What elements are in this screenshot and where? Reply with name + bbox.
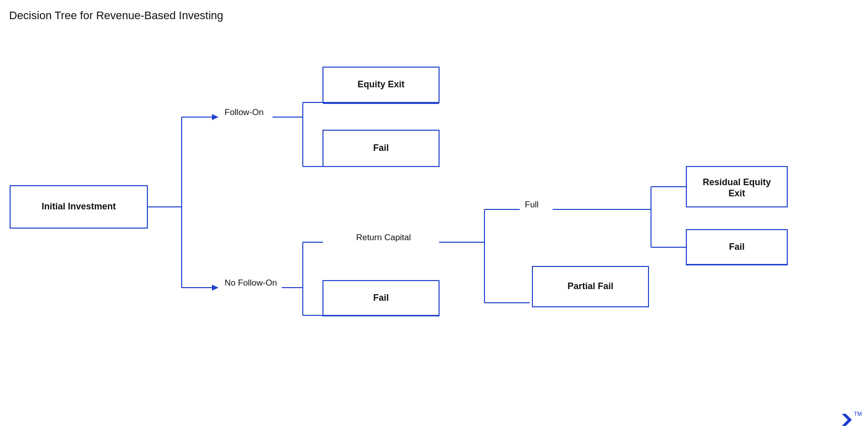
partial-fail-label: Partial Fail (567, 281, 613, 291)
decision-tree-diagram: Initial Investment Follow-On Equity Exit… (0, 0, 868, 437)
return-capital-label: Return Capital (356, 233, 411, 242)
equity-exit-label: Equity Exit (357, 79, 404, 89)
fail1-label: Fail (373, 143, 389, 153)
residual-equity-exit-label2: Exit (728, 188, 745, 198)
initial-investment-label: Initial Investment (41, 201, 116, 211)
fail2-label: Fail (373, 293, 389, 303)
svg-marker-3 (212, 114, 219, 120)
fail3-label: Fail (729, 242, 744, 252)
follow-on-label: Follow-On (225, 107, 263, 117)
svg-marker-11 (212, 285, 219, 291)
residual-equity-exit-label: Residual Equity (702, 177, 771, 187)
full-label: Full (525, 200, 538, 209)
tm-mark: TM (854, 411, 862, 417)
no-follow-on-label: No Follow-On (225, 278, 277, 288)
